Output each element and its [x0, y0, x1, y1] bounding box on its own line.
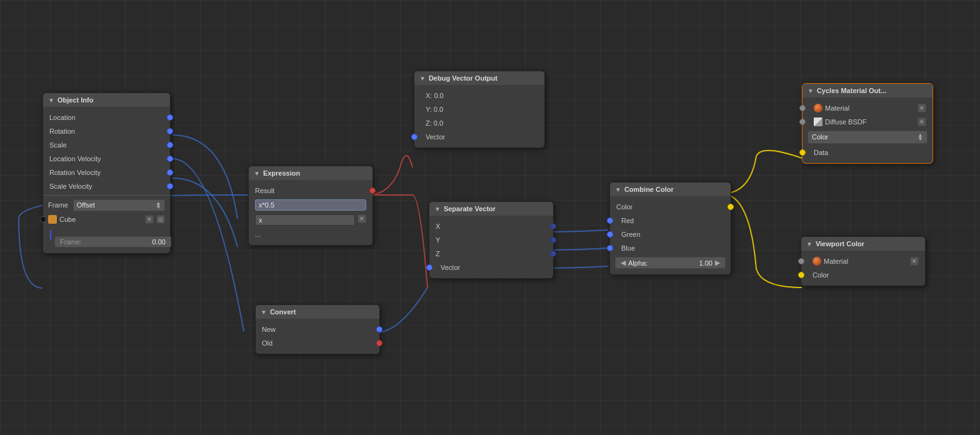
debug-vector-header: ▼ Debug Vector Output	[414, 71, 544, 85]
convert-old-socket[interactable]	[376, 340, 382, 346]
sep-vector-row: Vector	[429, 261, 553, 274]
var-input[interactable]	[255, 214, 355, 226]
alpha-numfield[interactable]: ◀ Alpha: 1.00 ▶	[615, 257, 726, 269]
frame-dropdown[interactable]: Offset ▲▼	[73, 199, 165, 211]
cube-row: Cube ✕ ◎	[43, 213, 170, 226]
rotvel-label: Rotation Velocity	[49, 169, 101, 176]
convert-title: Convert	[270, 308, 296, 316]
frame-dropdown-label: Offset	[77, 201, 95, 209]
frame-numfield[interactable]: Frame: 0.00	[54, 236, 171, 248]
sep-x-row: X	[429, 219, 553, 233]
viewport-color-node: ▼ Viewport Color Material ✕ Color	[801, 236, 926, 286]
expression-header: ▼ Expression	[249, 166, 372, 180]
object-info-locvel-row: Location Velocity	[43, 152, 170, 166]
cycles-color-dropdown[interactable]: Color ▲▼	[808, 131, 928, 144]
dots-label: ...	[255, 231, 261, 238]
alpha-label: Alpha:	[628, 259, 648, 267]
debug-x-row: X: 0.0	[414, 89, 544, 102]
cube-remove-btn[interactable]: ✕	[145, 215, 154, 224]
object-info-input-socket[interactable]	[40, 216, 46, 222]
result-socket[interactable]	[369, 188, 376, 194]
rotation-socket[interactable]	[167, 128, 173, 134]
debug-vector-arrow: ▼	[419, 75, 426, 82]
cycles-material-remove-btn[interactable]: ✕	[918, 104, 926, 112]
sep-z-label: Z	[436, 250, 440, 258]
viewport-color-label: Color	[812, 271, 829, 279]
viewport-material-remove-btn[interactable]: ✕	[910, 257, 919, 266]
var-remove-btn[interactable]: ✕	[358, 214, 366, 223]
sep-x-socket[interactable]	[550, 223, 556, 229]
cycles-diffuse-row: Diffuse BSDF ✕	[802, 115, 932, 129]
cycles-data-input-socket[interactable]	[799, 149, 806, 156]
frame-value-input-socket[interactable]	[50, 230, 51, 240]
cycles-material-label: Material	[825, 104, 915, 112]
scalevel-label: Scale Velocity	[49, 182, 92, 190]
combine-green-row: Green	[610, 228, 731, 241]
combine-blue-row: Blue	[610, 241, 731, 255]
convert-new-label: New	[262, 326, 276, 333]
object-info-title: Object Info	[58, 96, 93, 104]
cycles-material-body: Material ✕ Diffuse BSDF ✕ Color ▲▼	[802, 98, 932, 163]
frame-chevron: ▲▼	[156, 201, 161, 209]
debug-z-label: Z: 0.0	[426, 119, 443, 127]
sep-z-row: Z	[429, 247, 553, 261]
combine-red-label: Red	[621, 217, 634, 224]
expression-arrow: ▼	[254, 170, 260, 177]
expression-title: Expression	[263, 169, 300, 177]
viewport-color-input-socket[interactable]	[798, 272, 804, 278]
locvel-socket[interactable]	[167, 156, 173, 162]
cycles-material-row: Material ✕	[802, 101, 932, 115]
separate-vector-header: ▼ Separate Vector	[429, 202, 553, 216]
object-info-node: ▼ Object Info Location Rotation Scale Lo…	[42, 92, 171, 254]
cycles-material-title: Cycles Material Out...	[817, 87, 886, 94]
sep-z-socket[interactable]	[550, 251, 556, 257]
cube-icon	[48, 215, 57, 224]
sep-vector-label: Vector	[441, 264, 460, 271]
cycles-material-header: ▼ Cycles Material Out...	[802, 84, 932, 98]
debug-vector-row: Vector	[414, 130, 544, 144]
combine-red-row: Red	[610, 214, 731, 228]
dots-row: ...	[249, 228, 372, 241]
debug-x-label: X: 0.0	[426, 92, 444, 99]
alpha-right-arrow: ▶	[715, 259, 720, 267]
expression-input[interactable]	[255, 199, 366, 211]
debug-vector-node: ▼ Debug Vector Output X: 0.0 Y: 0.0 Z: 0…	[414, 71, 545, 148]
frame-text: Frame	[48, 201, 68, 209]
combine-blue-label: Blue	[621, 244, 635, 252]
convert-node: ▼ Convert New Old	[255, 304, 380, 354]
sep-x-label: X	[436, 222, 440, 230]
viewport-material-label: Material	[824, 258, 908, 265]
debug-vector-input-socket[interactable]	[411, 134, 418, 140]
location-socket[interactable]	[167, 114, 173, 121]
viewport-material-input-socket[interactable]	[798, 258, 804, 264]
object-info-scalevel-row: Scale Velocity	[43, 179, 170, 193]
result-label: Result	[255, 187, 274, 194]
expression-input-row	[249, 198, 372, 212]
rotvel-socket[interactable]	[167, 169, 173, 176]
viewport-color-body: Material ✕ Color	[801, 251, 925, 286]
combine-color-socket[interactable]	[728, 204, 734, 210]
cycles-diffuse-remove-btn[interactable]: ✕	[918, 118, 926, 126]
cube-label: Cube	[59, 216, 142, 223]
cycles-material-input-socket[interactable]	[799, 105, 806, 111]
object-info-body: Location Rotation Scale Location Velocit…	[43, 107, 170, 253]
cube-eyedropper-btn[interactable]: ◎	[156, 215, 165, 224]
result-row: Result	[249, 184, 372, 198]
convert-old-label: Old	[262, 339, 272, 347]
scalevel-socket[interactable]	[167, 183, 173, 189]
combine-color-arrow: ▼	[615, 186, 621, 193]
cycles-diffuse-input-socket[interactable]	[799, 119, 806, 125]
sep-vector-input-socket[interactable]	[426, 264, 432, 271]
debug-y-label: Y: 0.0	[426, 106, 443, 113]
object-info-rotation-row: Rotation	[43, 124, 170, 138]
cycles-data-row: Data	[802, 146, 932, 159]
convert-new-socket[interactable]	[376, 326, 382, 332]
scale-socket[interactable]	[167, 142, 173, 148]
combine-green-socket[interactable]	[607, 231, 613, 238]
sep-y-socket[interactable]	[550, 237, 556, 243]
alpha-row: ◀ Alpha: 1.00 ▶	[610, 255, 731, 271]
combine-red-socket[interactable]	[607, 218, 613, 224]
combine-blue-socket[interactable]	[607, 245, 613, 251]
object-info-rotvel-row: Rotation Velocity	[43, 166, 170, 179]
separate-vector-title: Separate Vector	[444, 205, 496, 212]
